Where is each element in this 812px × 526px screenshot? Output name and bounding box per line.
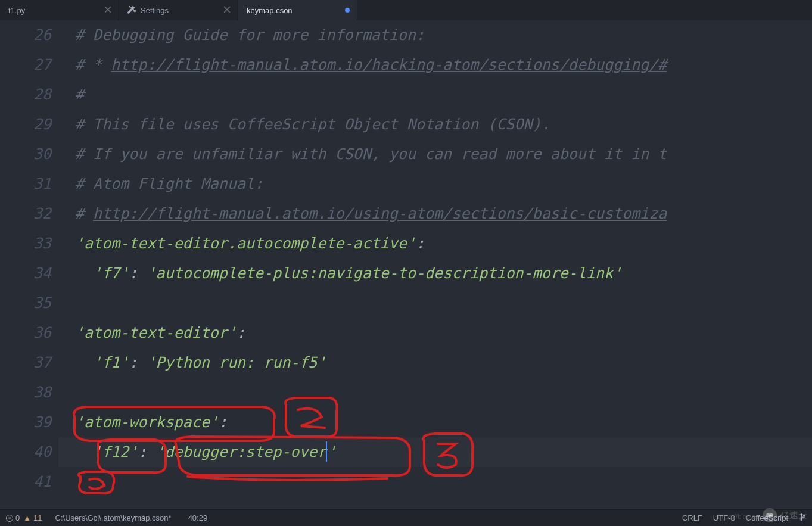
- code-token: [75, 443, 93, 460]
- code-token: # Debugging Guide for more information:: [75, 26, 425, 43]
- code-line[interactable]: 'atom-text-editor':: [58, 318, 812, 348]
- tab-settings[interactable]: Settings: [119, 0, 238, 20]
- wrench-icon: [127, 6, 136, 14]
- line-number[interactable]: 39: [0, 407, 51, 437]
- code-token: :: [237, 324, 245, 341]
- code-token: 'atom-workspace': [75, 413, 219, 431]
- line-number[interactable]: 26: [0, 20, 51, 50]
- close-icon[interactable]: [223, 6, 232, 14]
- code-token: :: [219, 413, 228, 431]
- line-number[interactable]: 33: [0, 229, 51, 259]
- code-line[interactable]: # If you are unfamiliar with CSON, you c…: [58, 139, 812, 169]
- watermark-brand: 亿速云: [780, 510, 807, 521]
- line-number[interactable]: 37: [0, 348, 51, 378]
- code-token: :: [138, 443, 155, 460]
- code-token: # This file uses CoffeeScript Object Not…: [75, 116, 550, 133]
- code-token: [75, 264, 93, 282]
- text-cursor: [326, 441, 327, 462]
- code-line[interactable]: # * http://flight-manual.atom.io/hacking…: [58, 50, 812, 80]
- line-ending[interactable]: CRLF: [682, 513, 702, 522]
- code-token: :: [129, 264, 147, 282]
- line-number[interactable]: 36: [0, 318, 51, 348]
- line-number[interactable]: 34: [0, 259, 51, 288]
- code-line[interactable]: 'atom-text-editor.autocomplete-active':: [58, 229, 812, 259]
- code-token: 'Python run: run-f5': [147, 354, 326, 371]
- warning-icon: ▲: [23, 513, 31, 522]
- code-token: #: [75, 205, 93, 222]
- code-line[interactable]: 'f12': 'debugger:step-over': [58, 437, 812, 467]
- warning-count: 11: [33, 513, 42, 522]
- svg-point-1: [769, 513, 773, 518]
- watermark-url: https://blog.cs: [718, 513, 758, 520]
- code-token: 'autocomplete-plus:navigate-to-descripti…: [147, 264, 622, 282]
- code-token: #: [75, 86, 84, 103]
- cursor-position[interactable]: 40:29: [188, 513, 208, 522]
- tab-label: Settings: [141, 6, 169, 15]
- modified-indicator-icon: [345, 8, 350, 13]
- error-icon: ×: [6, 515, 13, 522]
- error-count: 0: [15, 513, 20, 522]
- tab-label: keymap.cson: [247, 6, 293, 15]
- code-line[interactable]: # Atom Flight Manual:: [58, 169, 812, 199]
- code-token: 'f7': [93, 264, 129, 282]
- line-number[interactable]: 38: [0, 378, 51, 407]
- code-line[interactable]: # http://flight-manual.atom.io/using-ato…: [58, 199, 812, 229]
- text-editor[interactable]: 26272829303132333435363738394041 # Debug…: [0, 20, 812, 505]
- line-number[interactable]: 27: [0, 50, 51, 80]
- code-token: 'debugger:step-over: [155, 443, 326, 460]
- code-token: http://flight-manual.atom.io/using-atom/…: [93, 205, 667, 222]
- code-line[interactable]: [58, 467, 812, 497]
- tab-label: t1.py: [8, 6, 25, 15]
- code-token: :: [416, 235, 425, 252]
- tab-bar: t1.py Settings keymap.cson: [0, 0, 812, 20]
- line-number[interactable]: 29: [0, 110, 51, 139]
- line-number[interactable]: 30: [0, 139, 51, 169]
- code-line[interactable]: # Debugging Guide for more information:: [58, 20, 812, 50]
- code-token: 'f1': [93, 354, 129, 371]
- tab-keymap[interactable]: keymap.cson: [238, 0, 357, 20]
- code-token: ': [327, 443, 336, 460]
- watermark-icon: [763, 508, 777, 522]
- code-token: 'f12': [93, 443, 138, 460]
- diagnostics-warnings[interactable]: ▲ 11: [23, 513, 42, 522]
- code-line[interactable]: # This file uses CoffeeScript Object Not…: [58, 110, 812, 139]
- code-line[interactable]: 'atom-workspace':: [58, 407, 812, 437]
- line-number[interactable]: 41: [0, 467, 51, 497]
- code-area[interactable]: # Debugging Guide for more information:#…: [58, 20, 812, 505]
- code-token: http://flight-manual.atom.io/hacking-ato…: [111, 56, 667, 73]
- file-path[interactable]: C:\Users\Gcl\.atom\keymap.cson*: [55, 513, 172, 522]
- code-token: # Atom Flight Manual:: [75, 175, 263, 192]
- code-line[interactable]: 'f1': 'Python run: run-f5': [58, 348, 812, 378]
- code-token: [75, 354, 93, 371]
- code-line[interactable]: [58, 378, 812, 407]
- code-token: # *: [75, 56, 111, 73]
- diagnostics-errors[interactable]: × 0: [6, 513, 20, 522]
- line-number[interactable]: 31: [0, 169, 51, 199]
- tab-t1py[interactable]: t1.py: [0, 0, 119, 20]
- close-icon[interactable]: [104, 6, 113, 14]
- line-number-gutter[interactable]: 26272829303132333435363738394041: [0, 20, 58, 505]
- code-line[interactable]: [58, 288, 812, 318]
- line-number[interactable]: 28: [0, 80, 51, 110]
- watermark: 亿速云: [763, 508, 807, 522]
- code-token: 'atom-text-editor': [75, 324, 237, 341]
- line-number[interactable]: 32: [0, 199, 51, 229]
- line-number[interactable]: 35: [0, 288, 51, 318]
- status-bar: × 0 ▲ 11 C:\Users\Gcl\.atom\keymap.cson*…: [0, 509, 812, 526]
- code-token: :: [129, 354, 147, 371]
- code-line[interactable]: #: [58, 80, 812, 110]
- line-number[interactable]: 40: [0, 437, 51, 467]
- code-line[interactable]: 'f7': 'autocomplete-plus:navigate-to-des…: [58, 259, 812, 288]
- code-token: # If you are unfamiliar with CSON, you c…: [75, 145, 667, 163]
- code-token: 'atom-text-editor.autocomplete-active': [75, 235, 416, 252]
